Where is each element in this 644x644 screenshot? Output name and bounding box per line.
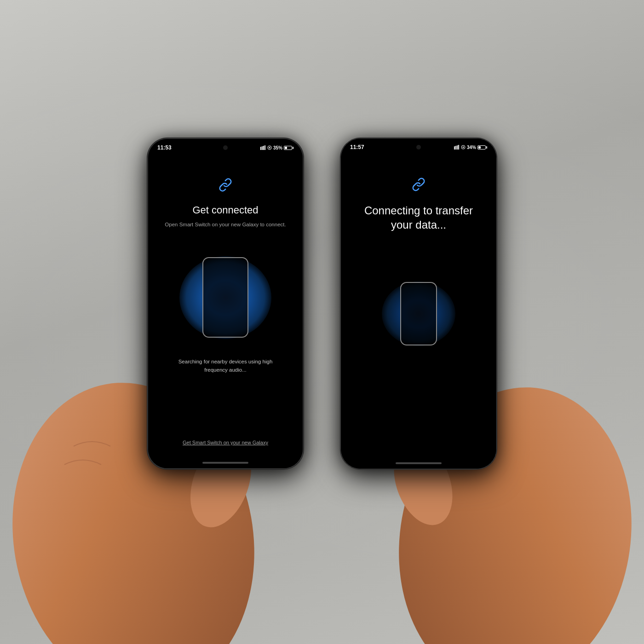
svg-rect-6 [263,146,264,150]
link-icon-left [217,177,234,196]
home-bar-right [396,462,442,464]
home-bar-left [202,462,248,464]
app-title-right: Connecting to transfer your data... [352,203,485,232]
battery-icon-right [477,145,487,150]
phone-right: 11:57 34% [340,138,497,469]
battery-right: 34% [467,145,476,150]
camera-notch-left [223,145,228,150]
battery-left: 35% [273,145,282,150]
app-subtitle-left: Open Smart Switch on your new Galaxy to … [160,221,290,229]
svg-point-9 [269,147,270,149]
svg-rect-12 [457,145,458,150]
phone-left: 11:53 35% [147,138,304,469]
svg-rect-5 [262,146,263,150]
svg-rect-10 [454,146,455,150]
phone-left-screen: 11:53 35% [148,139,303,468]
link-icon-right [410,176,427,196]
svg-rect-13 [458,145,459,150]
bottom-link-left[interactable]: Get Smart Switch on your new Galaxy [183,440,268,445]
camera-notch-right [416,145,421,150]
battery-icon-left [284,146,293,150]
phones-container: 11:53 35% [147,138,497,469]
svg-rect-7 [264,145,265,150]
svg-rect-11 [455,146,456,150]
svg-point-15 [462,147,464,148]
search-text-left: Searching for nearby devices using high … [159,357,292,374]
scene: 11:53 35% [0,0,644,644]
app-content-right: Connecting to transfer your data... [341,153,496,469]
app-content-left: Get connected Open Smart Switch on your … [148,154,303,468]
svg-rect-4 [260,147,261,150]
phone-outline-right [400,282,437,345]
app-title-left: Get connected [192,204,258,217]
phone-outline-left [202,257,248,338]
status-icons-left: 35% [260,145,293,150]
phone-illustration-left [175,247,276,348]
phone-right-screen: 11:57 34% [341,138,496,469]
status-icons-right: 34% [454,145,487,150]
status-time-left: 11:53 [157,144,172,151]
phone-illustration-right [368,263,469,364]
status-time-right: 11:57 [350,144,364,150]
